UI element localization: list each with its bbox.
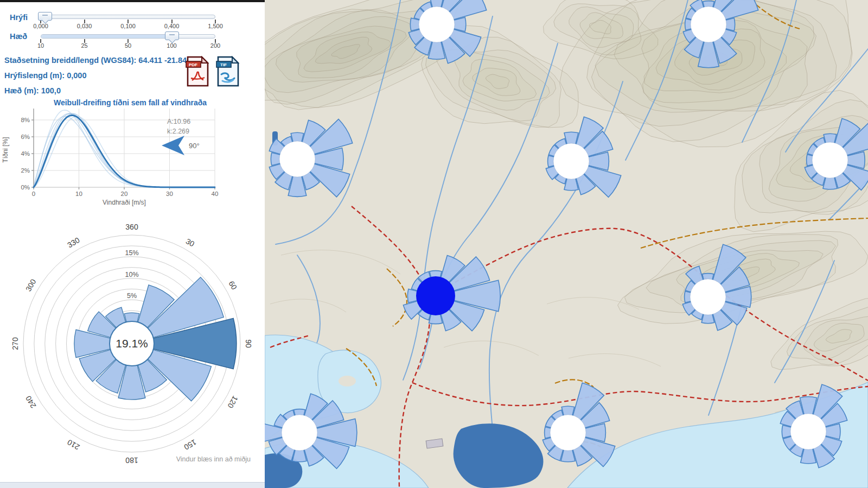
weibull-ytick: 0% bbox=[21, 184, 30, 191]
map-marker-hub[interactable] bbox=[691, 7, 726, 42]
weibull-xtick: 20 bbox=[121, 191, 128, 197]
hryfi-slider-track[interactable] bbox=[41, 15, 215, 19]
map[interactable] bbox=[265, 0, 868, 488]
wind-rose-chart: 19.1%5%10%15%360306090120150180210240270… bbox=[0, 211, 265, 480]
map-marker-hub-selected[interactable] bbox=[416, 276, 455, 315]
map-marker-hub[interactable] bbox=[419, 7, 455, 42]
height-value: Hæð (m): 100,0 bbox=[4, 83, 183, 98]
weibull-xtick: 0 bbox=[32, 191, 35, 197]
pdf-export-icon[interactable]: PDF bbox=[186, 56, 209, 87]
weibull-ytick: 4% bbox=[21, 150, 30, 157]
rose-direction-label-210: 210 bbox=[66, 438, 81, 452]
rose-direction-label-330: 330 bbox=[66, 236, 81, 250]
control-panel: Hrýfi 0,0000,0300,1000,4001,500 Hæð 1025… bbox=[0, 0, 265, 488]
topographic-map[interactable] bbox=[265, 0, 868, 488]
slider-tick-label: 200 bbox=[210, 42, 220, 49]
rose-ring-label: 10% bbox=[125, 271, 138, 278]
weibull-ytick: 6% bbox=[21, 134, 30, 140]
rose-ring-label: 5% bbox=[127, 292, 137, 300]
export-buttons: PDF TIF bbox=[186, 56, 240, 87]
wind-atlas-app: Hrýfi 0,0000,0300,1000,4001,500 Hæð 1025… bbox=[0, 0, 868, 488]
panel-top-strip bbox=[0, 0, 265, 2]
haed-slider-fill bbox=[41, 35, 171, 38]
weibull-ylabel: Tíðni [%] bbox=[2, 137, 9, 162]
rose-direction-label-300: 300 bbox=[24, 277, 38, 293]
weibull-chart: 0%2%4%6%8%010203040Vindhraði [m/s]Tíðni … bbox=[0, 106, 260, 208]
rose-direction-label-360: 360 bbox=[125, 223, 138, 231]
tif-export-icon[interactable]: TIF bbox=[216, 56, 240, 87]
weibull-chart-title: Weibull-dreifing tíðni sem fall af vindh… bbox=[0, 98, 260, 107]
location-info: Staðsetning breidd/lengd (WGS84): 64.411… bbox=[4, 53, 183, 98]
pdf-icon-label: PDF bbox=[189, 62, 197, 67]
slider-tick-label: 25 bbox=[81, 42, 87, 49]
slider-tick-label: 0,100 bbox=[120, 23, 136, 29]
weibull-ytick: 8% bbox=[21, 117, 30, 123]
map-marker-hub[interactable] bbox=[553, 143, 589, 179]
weibull-xtick: 10 bbox=[75, 191, 82, 197]
slider-tick-label: 1,500 bbox=[208, 23, 223, 29]
rose-direction-label-150: 150 bbox=[182, 438, 197, 452]
rose-direction-label-270: 270 bbox=[11, 337, 20, 350]
map-marker-hub[interactable] bbox=[282, 415, 317, 451]
rose-footnote: Vindur blæs inn að miðju bbox=[176, 455, 251, 463]
hryfi-slider-handle[interactable] bbox=[38, 12, 52, 21]
tif-icon-label: TIF bbox=[220, 62, 227, 67]
weibull-xtick: 30 bbox=[166, 191, 173, 197]
slider-tick-label: 0,400 bbox=[164, 23, 180, 29]
haed-label: Hæð bbox=[10, 32, 27, 41]
rose-direction-label-90: 90 bbox=[244, 339, 253, 348]
weibull-direction-label: 90° bbox=[189, 142, 200, 150]
map-marker-hub[interactable] bbox=[812, 142, 848, 178]
rose-direction-label-120: 120 bbox=[226, 394, 240, 409]
weibull-k-parameter: k:2.269 bbox=[167, 128, 189, 135]
weibull-xtick: 40 bbox=[212, 191, 219, 197]
island bbox=[339, 376, 356, 386]
map-marker-hub[interactable] bbox=[279, 141, 315, 177]
rose-direction-label-240: 240 bbox=[24, 394, 38, 409]
location-coordinates: Staðsetning breidd/lengd (WGS84): 64.411… bbox=[4, 53, 183, 68]
map-marker-hub[interactable] bbox=[790, 414, 826, 449]
rose-center-value: 19.1% bbox=[116, 337, 148, 350]
rose-direction-label-30: 30 bbox=[184, 237, 196, 249]
rose-direction-label-180: 180 bbox=[125, 456, 138, 465]
panel-bottom-scrollbar[interactable] bbox=[0, 482, 265, 488]
slider-tick-label: 10 bbox=[37, 42, 44, 49]
slider-tick-label: 0,030 bbox=[77, 23, 92, 29]
rose-direction-label-60: 60 bbox=[227, 280, 239, 291]
slider-tick-label: 50 bbox=[125, 42, 131, 49]
slider-tick-label: 0,000 bbox=[33, 23, 48, 29]
weibull-A-parameter: A:10.96 bbox=[167, 118, 190, 125]
hryfi-label: Hrýfi bbox=[10, 13, 28, 22]
map-marker-hub[interactable] bbox=[550, 415, 586, 451]
weibull-ytick: 2% bbox=[21, 167, 30, 174]
wind-direction-arrow-icon bbox=[162, 136, 184, 155]
roughness-length-value: Hrýfislengd (m): 0,000 bbox=[4, 68, 183, 83]
weibull-xlabel: Vindhraði [m/s] bbox=[103, 199, 146, 206]
haed-slider-handle[interactable] bbox=[165, 31, 179, 40]
haed-slider-track[interactable] bbox=[41, 34, 215, 39]
rose-ring-label: 15% bbox=[125, 249, 138, 257]
map-marker-hub[interactable] bbox=[690, 279, 726, 315]
